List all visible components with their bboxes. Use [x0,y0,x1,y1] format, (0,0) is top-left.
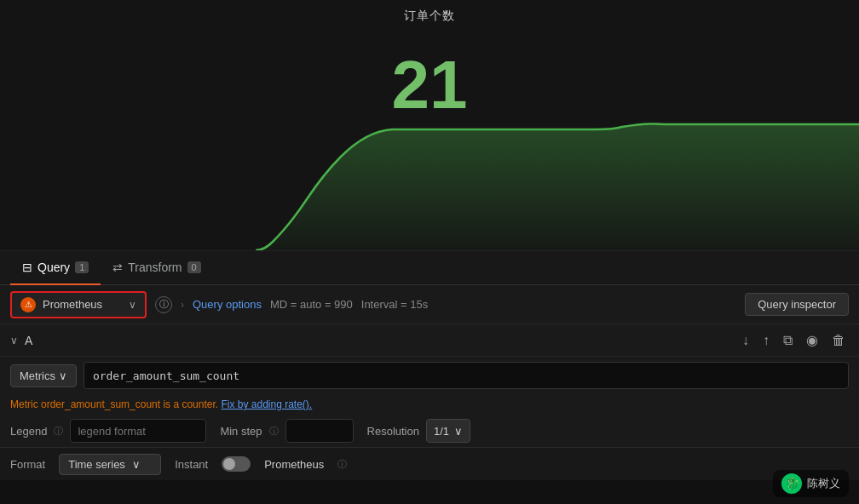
legend-input[interactable] [70,419,206,443]
format-datasource-info-icon[interactable]: ⓘ [337,458,347,471]
resolution-chevron-icon: ∨ [454,425,463,438]
warning-message: Metric order_amount_sum_count is a count… [10,398,312,410]
watermark-text: 陈树义 [807,476,840,491]
query-delete-button[interactable]: 🗑 [828,331,849,350]
datasource-chevron-icon: ∨ [129,299,136,311]
query-options-link[interactable]: Query options [193,298,262,311]
format-chevron-icon: ∨ [132,458,141,471]
warning-row: Metric order_amount_sum_count is a count… [0,394,859,415]
resolution-select[interactable]: 1/1 ∨ [426,419,470,443]
min-step-group: Min step ⓘ [220,419,353,443]
instant-toggle[interactable] [222,456,251,472]
chart-title: 订单个数 [0,0,859,28]
tab-query[interactable]: ⊟ Query 1 [10,251,101,285]
query-inspector-button[interactable]: Query inspector [745,293,849,316]
min-step-info-icon[interactable]: ⓘ [269,425,279,438]
query-tab-icon: ⊟ [22,261,32,274]
chart-value: 21 [392,51,468,119]
query-copy-button[interactable]: ⧉ [780,331,796,350]
watermark-icon: 🐉 [781,473,802,494]
query-section-a: ∨ A ↓ ↑ ⧉ ◉ 🗑 Metrics ∨ Metric order_amo… [0,324,859,448]
legend-info-icon[interactable]: ⓘ [54,425,63,438]
datasource-name: Prometheus [43,298,122,311]
toggle-knob [223,458,235,470]
query-move-up-button[interactable]: ↑ [759,331,773,350]
query-tabs-bar: ⊟ Query 1 ⇄ Transform 0 [0,251,859,285]
query-collapse-icon[interactable]: ∨ [10,335,18,346]
watermark: 🐉 陈树义 [773,470,849,497]
min-step-input[interactable] [285,419,354,443]
chart-panel: 订单个数 21 [0,0,859,251]
datasource-info-icon[interactable]: ⓘ [155,296,172,313]
options-row: Legend ⓘ Min step ⓘ Resolution 1/1 ∨ [0,415,859,447]
tab-transform[interactable]: ⇄ Transform 0 [101,251,212,285]
legend-group: Legend ⓘ [10,419,206,443]
metrics-row: Metrics ∨ [0,357,859,394]
legend-label: Legend [10,425,47,438]
metrics-button-label: Metrics [20,369,55,382]
min-step-label: Min step [220,425,262,438]
transform-tab-label: Transform [128,261,182,274]
metrics-button[interactable]: Metrics ∨ [10,364,77,387]
query-move-down-button[interactable]: ↓ [739,331,752,350]
query-eye-button[interactable]: ◉ [803,330,822,350]
resolution-value: 1/1 [434,425,449,438]
format-value: Time series [68,458,125,471]
query-tab-badge: 1 [75,261,89,273]
datasource-icon: ⚠ [20,297,36,312]
datasource-selector[interactable]: ⚠ Prometheus ∨ [10,291,147,318]
metric-query-input[interactable] [84,362,849,389]
query-action-buttons: ↓ ↑ ⧉ ◉ 🗑 [739,330,849,350]
instant-label: Instant [175,458,208,471]
resolution-label: Resolution [367,425,419,438]
warning-text-static: Metric order_amount_sum_count is a count… [10,398,218,410]
format-label: Format [10,458,45,471]
query-tab-label: Query [37,261,70,274]
format-row: Format Time series ∨ Instant Prometheus … [0,448,859,480]
resolution-group: Resolution 1/1 ∨ [367,419,471,443]
query-options-md: MD = auto = 990 [270,298,353,311]
format-datasource-name: Prometheus [264,458,324,471]
instant-toggle-wrap [222,456,251,472]
query-options-interval: Interval = 15s [361,298,428,311]
transform-tab-badge: 0 [187,261,201,273]
query-options-chevron-icon: › [181,299,184,311]
warning-fix-link[interactable]: Fix by adding rate(). [221,398,312,410]
query-a-header: ∨ A ↓ ↑ ⧉ ◉ 🗑 [0,324,859,357]
datasource-row: ⚠ Prometheus ∨ ⓘ › Query options MD = au… [0,285,859,324]
query-a-label: A [25,334,32,347]
format-select[interactable]: Time series ∨ [59,454,161,475]
ds-warning-icon: ⚠ [25,300,32,309]
metrics-chevron-icon: ∨ [59,369,67,382]
transform-tab-icon: ⇄ [112,261,123,274]
